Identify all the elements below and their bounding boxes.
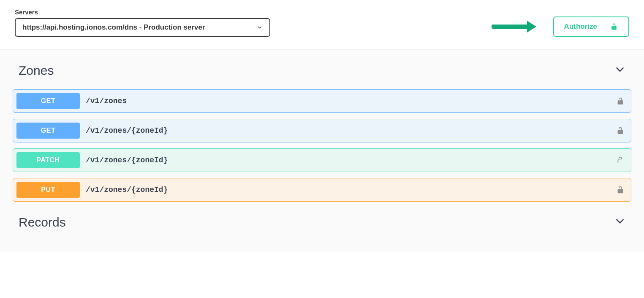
- unlock-icon: [616, 185, 625, 194]
- operation-row[interactable]: GET /v1/zones/{zoneId}: [13, 119, 631, 142]
- operation-path: /v1/zones: [86, 97, 616, 105]
- unlock-icon: [616, 126, 625, 135]
- chevron-down-icon: [614, 216, 625, 229]
- method-badge-get: GET: [16, 123, 80, 139]
- operations-section: Zones GET /v1/zones GET /v1/zones/{zoneI…: [0, 50, 644, 252]
- method-badge-put: PUT: [16, 182, 80, 198]
- operation-path: /v1/zones/{zoneId}: [86, 156, 616, 164]
- operation-row[interactable]: GET /v1/zones: [13, 89, 631, 113]
- servers-selected-value: https://api.hosting.ionos.com/dns - Prod…: [22, 23, 257, 32]
- servers-select[interactable]: https://api.hosting.ionos.com/dns - Prod…: [15, 18, 270, 37]
- unlock-icon: [610, 22, 618, 31]
- arrow-annotation: [492, 21, 536, 33]
- operation-path: /v1/zones/{zoneId}: [86, 186, 616, 194]
- authorize-area: Authorize: [492, 16, 629, 37]
- operation-row[interactable]: PUT /v1/zones/{zoneId}: [13, 178, 631, 202]
- operation-path: /v1/zones/{zoneId}: [86, 126, 616, 135]
- tag-header-zones[interactable]: Zones: [13, 58, 631, 83]
- authorize-button-label: Authorize: [564, 22, 597, 31]
- method-badge-get: GET: [16, 93, 80, 109]
- servers-label: Servers: [15, 8, 270, 16]
- tag-title: Zones: [19, 63, 54, 78]
- chevron-down-icon: [257, 25, 263, 30]
- servers-block: Servers https://api.hosting.ionos.com/dn…: [15, 8, 270, 37]
- unlock-icon: [616, 156, 625, 165]
- operation-row[interactable]: PATCH /v1/zones/{zoneId}: [13, 148, 631, 172]
- servers-authorize-bar: Servers https://api.hosting.ionos.com/dn…: [0, 0, 644, 50]
- tag-title: Records: [19, 215, 66, 230]
- tag-header-records[interactable]: Records: [13, 210, 631, 235]
- chevron-down-icon: [614, 64, 625, 77]
- method-badge-patch: PATCH: [16, 152, 80, 168]
- authorize-button[interactable]: Authorize: [553, 16, 629, 37]
- unlock-icon: [616, 96, 625, 106]
